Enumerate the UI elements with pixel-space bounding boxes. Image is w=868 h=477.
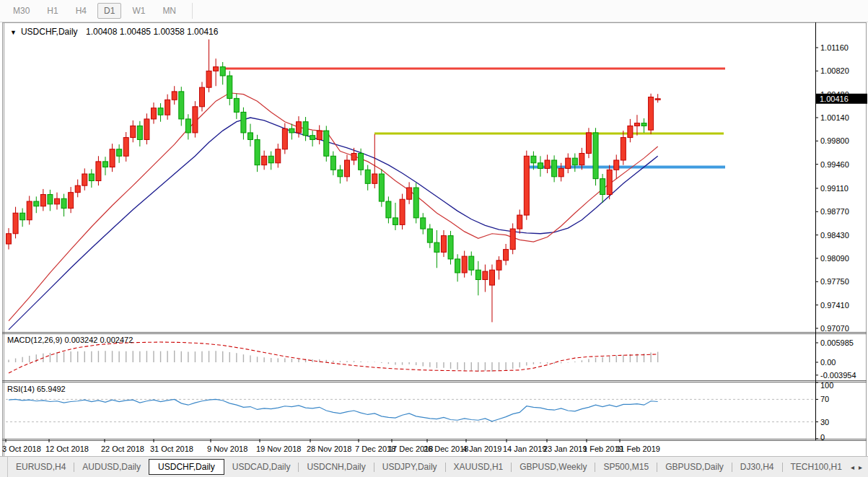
chart-ohlc-values: 1.00408 1.00485 1.00358 1.00416	[86, 27, 219, 37]
svg-text:0: 0	[820, 433, 825, 442]
symbol-tab-DJ30-H4[interactable]: DJ30,H4	[732, 459, 782, 475]
svg-text:0.00: 0.00	[820, 358, 836, 367]
timeframe-button-D1[interactable]: D1	[97, 3, 121, 19]
symbol-tab-EURUSD-H4[interactable]: EURUSD,H4	[8, 459, 74, 475]
mt4-window: 1.011601.008201.004801.001400.998000.994…	[0, 0, 868, 477]
symbol-tabbar: EURUSD,H4AUDUSD,DailyUSDCHF,DailyUSDCAD,…	[0, 456, 868, 477]
chart-symbol-label: USDCHF,Daily	[21, 27, 78, 37]
timeframe-button-MN[interactable]: MN	[156, 3, 183, 19]
svg-text:4 Jan 2019: 4 Jan 2019	[463, 445, 501, 453]
symbol-tab-TECH100-H1[interactable]: TECH100,H1	[783, 459, 850, 475]
svg-text:3 Oct 2018: 3 Oct 2018	[2, 445, 41, 453]
symbol-tab-GBPUSD-Daily[interactable]: GBPUSD,Daily	[657, 459, 732, 475]
svg-text:0.98770: 0.98770	[820, 207, 849, 216]
symbol-tab-XAUUSD-H1[interactable]: XAUUSD,H1	[446, 459, 512, 475]
svg-text:30: 30	[820, 418, 829, 426]
tabbar-stub	[0, 457, 8, 477]
svg-text:22 Oct 2018: 22 Oct 2018	[101, 445, 144, 453]
timeframe-button-H1[interactable]: H1	[40, 3, 64, 19]
svg-text:14 Jan 2019: 14 Jan 2019	[503, 445, 547, 453]
chart-title: ▼USDCHF,Daily 1.00408 1.00485 1.00358 1.…	[10, 27, 218, 37]
chevron-down-icon[interactable]: ▼	[10, 29, 17, 36]
timeframe-button-W1[interactable]: W1	[126, 3, 152, 19]
svg-text:9 Nov 2018: 9 Nov 2018	[207, 445, 247, 453]
svg-text:-0.003954: -0.003954	[820, 371, 856, 380]
svg-text:28 Nov 2018: 28 Nov 2018	[307, 445, 351, 453]
timeframe-button-H4[interactable]: H4	[69, 3, 93, 19]
tabs-scroll-right-icon[interactable]: ▸	[859, 463, 862, 471]
chart-area[interactable]: 1.011601.008201.004801.001400.998000.994…	[0, 0, 868, 477]
svg-text:0.005985: 0.005985	[820, 338, 854, 347]
timeframe-toolbar: M30H1H4D1W1MN	[0, 0, 868, 22]
svg-text:23 Jan 2019: 23 Jan 2019	[543, 445, 587, 453]
symbol-tab-USDCHF-Daily[interactable]: USDCHF,Daily	[149, 459, 224, 475]
tabs-scroll-left-icon[interactable]: ◂	[851, 463, 854, 471]
svg-text:1.01160: 1.01160	[820, 43, 849, 52]
svg-text:0.99460: 0.99460	[820, 160, 849, 169]
symbol-tab-USDCAD-Daily[interactable]: USDCAD,Daily	[224, 459, 299, 475]
svg-text:0.97070: 0.97070	[820, 324, 849, 333]
svg-text:0.97410: 0.97410	[820, 301, 849, 310]
svg-text:0.98430: 0.98430	[820, 231, 849, 240]
symbol-tab-USDCNH-Daily[interactable]: USDCNH,Daily	[299, 459, 373, 475]
macd-label: MACD(12,26,9) 0.003242 0.002472	[7, 336, 133, 344]
svg-text:100: 100	[820, 381, 833, 390]
svg-text:0.99800: 0.99800	[820, 136, 849, 145]
timeframe-button-M30[interactable]: M30	[6, 3, 36, 19]
svg-text:0.98090: 0.98090	[820, 254, 849, 263]
toolbar-separator	[192, 3, 193, 19]
symbol-tab-USDJPY-Daily[interactable]: USDJPY,Daily	[374, 459, 445, 475]
symbol-tab-AUDUSD-Daily[interactable]: AUDUSD,Daily	[74, 459, 149, 475]
symbol-tab-SP500-M15[interactable]: SP500,M15	[595, 459, 657, 475]
svg-text:11 Feb 2019: 11 Feb 2019	[616, 445, 660, 453]
rsi-label: RSI(14) 65.9492	[7, 385, 66, 393]
svg-text:19 Nov 2018: 19 Nov 2018	[256, 445, 301, 453]
svg-text:1.00140: 1.00140	[820, 113, 849, 122]
svg-text:1.00416: 1.00416	[820, 95, 849, 103]
svg-text:70: 70	[820, 395, 829, 403]
svg-text:0.99110: 0.99110	[820, 184, 849, 193]
symbol-tab-GBPUSD-Weekly[interactable]: GBPUSD,Weekly	[512, 459, 595, 475]
svg-text:1.00820: 1.00820	[820, 66, 849, 75]
svg-text:0.97750: 0.97750	[820, 277, 849, 286]
svg-text:12 Oct 2018: 12 Oct 2018	[45, 445, 89, 453]
svg-text:31 Oct 2018: 31 Oct 2018	[150, 445, 193, 453]
